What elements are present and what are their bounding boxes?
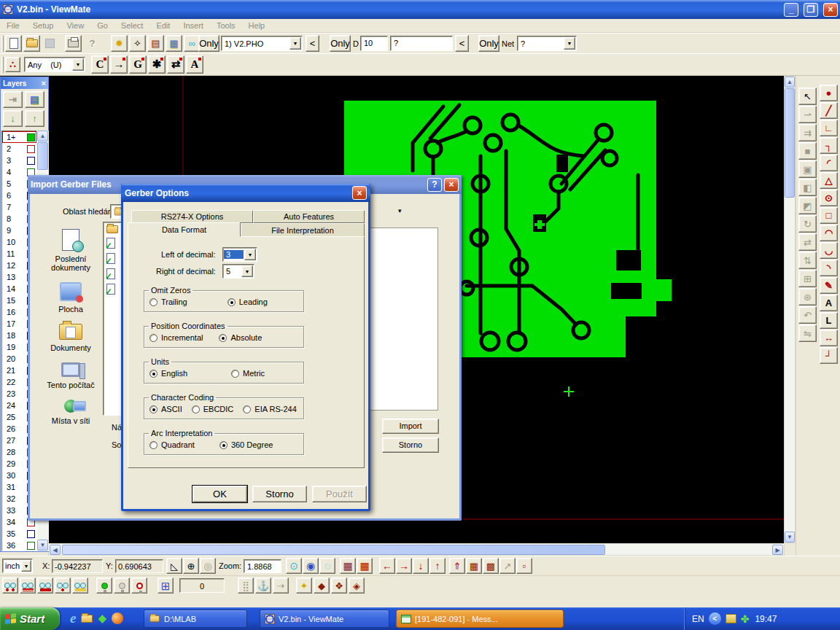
- only-layer-button[interactable]: Only: [198, 35, 219, 52]
- radio-icon[interactable]: [149, 441, 158, 449]
- zoom-field[interactable]: 1.8868: [244, 559, 281, 573]
- flash-tool-button[interactable]: ✱: [148, 55, 166, 74]
- layer-color-swatch[interactable]: [27, 133, 35, 141]
- film-dcode-button[interactable]: ▤: [147, 35, 164, 52]
- transform-tool[interactable]: ⊛: [798, 288, 817, 306]
- mirror-horizontal-tool[interactable]: ◩: [798, 197, 817, 214]
- tab-auto-features[interactable]: Auto Features: [253, 210, 365, 223]
- close-button[interactable]: ×: [823, 3, 838, 17]
- film-colors-button[interactable]: ▦: [166, 35, 182, 52]
- highlight-off-button[interactable]: [114, 578, 130, 594]
- net-combo-arrow-icon[interactable]: ▼: [564, 37, 575, 50]
- language-indicator[interactable]: EN: [692, 614, 704, 624]
- layer-colors-button[interactable]: ▤: [25, 91, 44, 108]
- highlight-ring-button[interactable]: [131, 578, 147, 594]
- vertical-scroll-thumb[interactable]: [785, 88, 795, 198]
- flash-highlight-button[interactable]: ✹: [111, 35, 128, 52]
- anchor-button[interactable]: ⚓: [255, 578, 271, 594]
- layers-close-icon[interactable]: ×: [42, 79, 46, 88]
- dotted-frame-button[interactable]: ▫: [516, 558, 532, 574]
- layers-scroll-up-button[interactable]: ▲: [37, 131, 48, 141]
- swap-corners-tool[interactable]: ⇄: [798, 233, 817, 251]
- mirror-vertical-tool[interactable]: ◧: [798, 179, 817, 196]
- arrow-tool-button[interactable]: →: [110, 55, 128, 74]
- gerber-dialog-title-bar[interactable]: Gerber Options ×: [121, 184, 370, 202]
- layers-scroll-thumb[interactable]: [37, 142, 48, 170]
- spiral-locate-button[interactable]: ◎: [200, 558, 216, 574]
- import-close-button[interactable]: ×: [444, 178, 459, 192]
- draw-circle-tool[interactable]: ⊙: [820, 190, 838, 206]
- pan-down-button[interactable]: ↓: [413, 558, 429, 574]
- layer-single-button[interactable]: ⇥: [3, 91, 23, 108]
- file-list-folder-icon[interactable]: [106, 225, 118, 233]
- radio-icon[interactable]: [149, 334, 158, 342]
- radio-option[interactable]: 360 Degree: [219, 440, 273, 449]
- task-button-message[interactable]: [191-482-091] - Mess...: [396, 610, 564, 628]
- fill-square-tool[interactable]: ■: [798, 142, 817, 160]
- apply-button[interactable]: Použít: [312, 486, 367, 502]
- pan-right-button[interactable]: →: [396, 558, 412, 574]
- menu-item[interactable]: Go: [90, 19, 114, 32]
- file-checked-icon[interactable]: ✓: [106, 268, 115, 279]
- import-button[interactable]: Import: [382, 419, 439, 434]
- save-button[interactable]: [42, 35, 58, 52]
- file-checked-icon[interactable]: ✓: [106, 238, 115, 249]
- draw-rectangle-tool[interactable]: □: [820, 207, 838, 224]
- places-item[interactable]: Poslední dokumenty: [51, 229, 90, 272]
- previous-layer-button[interactable]: <: [306, 35, 319, 52]
- tab-rs274x-options[interactable]: RS274-X Options: [131, 210, 253, 223]
- menu-item[interactable]: Tools: [210, 19, 242, 32]
- any-dcode-combo[interactable]: Any (U) ▼: [24, 57, 85, 72]
- view-grid-button[interactable]: ▦: [340, 558, 356, 574]
- radio-icon[interactable]: [231, 370, 239, 378]
- angle-measure-button[interactable]: ◺: [166, 558, 182, 574]
- layer-color-swatch[interactable]: [27, 157, 35, 165]
- layer-row[interactable]: 36: [2, 540, 36, 551]
- fill-square2-tool[interactable]: ▣: [798, 160, 817, 178]
- g-tool-button[interactable]: G: [129, 55, 147, 74]
- task-button-mlab[interactable]: D:\MLAB: [144, 610, 247, 628]
- unit-combo[interactable]: inch ▼: [2, 559, 33, 573]
- left-decimal-arrow-icon[interactable]: ▼: [244, 249, 256, 260]
- layer-color-swatch[interactable]: [27, 530, 35, 538]
- previous-dcode-button[interactable]: <: [455, 35, 469, 52]
- unit-combo-arrow-icon[interactable]: ▼: [21, 560, 31, 572]
- places-item[interactable]: Místa v síti: [52, 400, 90, 425]
- tile-windows-button[interactable]: ⊞: [158, 578, 174, 594]
- pad-outline-button[interactable]: ◈: [349, 578, 365, 594]
- gerber-cancel-button[interactable]: Storno: [252, 486, 307, 502]
- move-items-tool[interactable]: ⇉: [798, 124, 817, 141]
- left-of-decimal-combo[interactable]: 3 ▼: [222, 247, 257, 262]
- dimension-tool[interactable]: ↔: [820, 330, 838, 346]
- layer-row[interactable]: 3: [2, 155, 36, 166]
- dcode-input[interactable]: 10: [360, 36, 388, 51]
- radio-icon[interactable]: [149, 405, 158, 413]
- horizontal-scrollbar[interactable]: ◀ ▶: [48, 543, 785, 556]
- menu-item[interactable]: Insert: [176, 19, 210, 32]
- only-net-button[interactable]: Only: [478, 35, 499, 52]
- text-a-tool[interactable]: A: [820, 295, 838, 311]
- pad-flash-button[interactable]: ✦: [296, 578, 312, 594]
- radio-icon[interactable]: [228, 298, 236, 306]
- menu-item[interactable]: Edit: [149, 19, 176, 32]
- maximize-button[interactable]: ❐: [804, 3, 818, 17]
- radio-icon[interactable]: [149, 298, 158, 306]
- inspect-lines-button[interactable]: [20, 578, 36, 594]
- gerber-close-button[interactable]: ×: [352, 186, 367, 200]
- radio-option[interactable]: EIA RS-244: [243, 405, 296, 413]
- zoom-grid-button[interactable]: ◉: [303, 558, 319, 574]
- import-cancel-button[interactable]: Storno: [382, 438, 439, 453]
- radio-option[interactable]: EBCDIC: [192, 405, 234, 413]
- inspect-pads-button[interactable]: [37, 578, 53, 594]
- exchange-tool[interactable]: ⇋: [798, 324, 817, 342]
- tab-file-interpretation[interactable]: File Interpretation: [241, 223, 365, 237]
- file-checked-icon[interactable]: ✓: [106, 284, 115, 295]
- highlight-on-button[interactable]: [96, 578, 112, 594]
- only-dcode-button[interactable]: Only: [330, 35, 351, 52]
- ok-button[interactable]: OK: [192, 486, 247, 502]
- radio-option[interactable]: Leading: [228, 298, 268, 306]
- layer-row[interactable]: 2: [2, 143, 36, 155]
- look-in-arrow-icon[interactable]: ▾: [398, 207, 402, 214]
- layer-combo[interactable]: 1) V2.PHO ▼: [221, 36, 303, 51]
- radio-option[interactable]: Incremental: [149, 333, 203, 342]
